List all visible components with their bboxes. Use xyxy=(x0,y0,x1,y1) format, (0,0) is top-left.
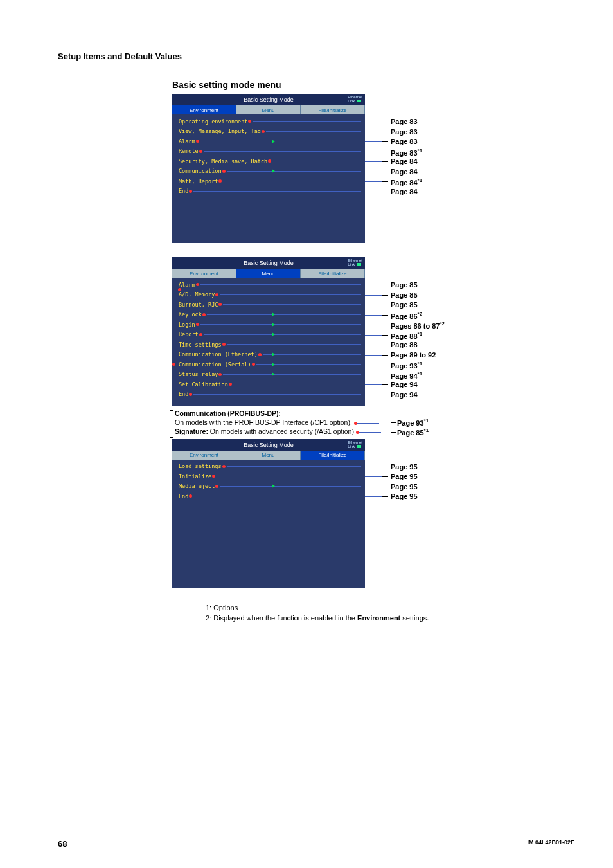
callout-dot-icon xyxy=(189,190,192,193)
note-signature-label: Signature: xyxy=(175,428,208,435)
menu-item[interactable]: Communication (Ethernet) xyxy=(179,350,361,360)
connector-line xyxy=(253,121,361,122)
footnote-1: 1: Options xyxy=(206,602,574,613)
menu-item[interactable]: End xyxy=(179,390,361,400)
connector-line xyxy=(272,161,361,161)
callout-dot-icon xyxy=(172,363,175,366)
menu-item[interactable]: Load settings xyxy=(179,462,361,472)
page-ref: Page 88*1 xyxy=(391,331,422,340)
menu-item-label: Report xyxy=(179,331,199,338)
page-ref: Pages 86 to 87*2 xyxy=(391,321,445,330)
tab-row: Environment Menu File/Initialize xyxy=(172,269,365,278)
menu-item-label: End xyxy=(179,493,188,500)
menu-item[interactable]: Security, Media save, Batch xyxy=(179,156,361,167)
page-ref: Page 95 xyxy=(391,493,418,500)
screen-title-bar: Basic Setting Mode EthernetLink xyxy=(172,257,365,269)
connector-line xyxy=(227,171,361,172)
callout-dot-icon xyxy=(268,159,271,163)
tab-environment[interactable]: Environment xyxy=(172,269,236,278)
page-ref: Page 85 xyxy=(391,301,418,309)
callout-dot-icon xyxy=(189,393,192,396)
connector-line xyxy=(233,384,361,384)
page-ref: Page 86*2 xyxy=(391,311,422,320)
page-ref: Page 85 xyxy=(391,291,418,299)
tab-file-initialize[interactable]: File/Initialize xyxy=(301,105,365,114)
callout-dot-icon xyxy=(199,333,202,336)
screen-title: Basic Setting Mode xyxy=(244,442,294,448)
menu-item-label: Communication xyxy=(179,168,222,174)
chevron-right-icon xyxy=(272,372,275,376)
tab-menu[interactable]: Menu xyxy=(236,451,301,460)
page-ref: Page 83 xyxy=(391,118,418,125)
menu-item[interactable]: Status relay xyxy=(179,370,361,380)
page-ref: Page 94 xyxy=(391,391,418,399)
menu-item[interactable]: Media eject xyxy=(179,482,361,492)
menu-item[interactable]: View, Message, Input, Tag xyxy=(179,127,361,137)
menu-item[interactable]: Burnout, RJC xyxy=(179,300,361,310)
tab-file-initialize[interactable]: File/Initialize xyxy=(301,451,365,460)
tab-menu[interactable]: Menu xyxy=(236,105,301,114)
menu-item[interactable]: Time settings xyxy=(179,339,361,350)
callout-dot-icon xyxy=(196,140,199,143)
tab-environment[interactable]: Environment xyxy=(172,105,236,114)
menu-item[interactable]: End xyxy=(179,186,361,197)
menu-item-label: Communication (Serial) xyxy=(179,361,251,368)
callout-dot-icon xyxy=(218,179,222,183)
callout-dot-icon xyxy=(196,283,199,286)
menu-item[interactable]: Remote xyxy=(179,147,361,157)
connector-line xyxy=(223,374,361,375)
connector-line xyxy=(227,466,361,467)
menu-item-label: Keylock xyxy=(179,311,202,318)
menu-item-label: Media eject xyxy=(179,483,215,489)
menu-item[interactable]: Login xyxy=(179,320,361,330)
menu-item[interactable]: End xyxy=(179,491,361,502)
recorder-screen-3: Basic Setting Mode EthernetLink Environm… xyxy=(172,439,365,588)
connector-line xyxy=(220,486,361,487)
tab-file-initialize[interactable]: File/Initialize xyxy=(301,269,365,278)
callout-dot-icon xyxy=(229,383,232,386)
recorder-screen-2: Basic Setting Mode EthernetLink Environm… xyxy=(172,257,365,406)
menu-item-label: View, Message, Input, Tag xyxy=(179,128,261,134)
connector-line xyxy=(200,324,361,325)
header-rule xyxy=(58,64,574,64)
menu-item[interactable]: Communication (Serial) xyxy=(179,359,361,370)
connector-line xyxy=(227,344,361,345)
note-profibus-line: On models with the PROFIBUS-DP Interface… xyxy=(175,419,352,426)
callout-dot-icon xyxy=(252,363,255,366)
callout-dot-icon xyxy=(258,353,262,356)
connector-line xyxy=(223,304,361,305)
menu-item-label: A/D, Memory xyxy=(179,291,215,298)
chevron-right-icon xyxy=(272,323,275,327)
page-ref: Page 84 xyxy=(391,158,418,165)
menu-item-label: Load settings xyxy=(179,463,222,469)
page-ref: Page 94 xyxy=(391,381,418,388)
callout-dot-icon xyxy=(202,313,206,316)
menu-item[interactable]: Alarm xyxy=(179,280,361,290)
menu-item-label: Burnout, RJC xyxy=(179,302,218,308)
callout-dot-icon xyxy=(222,170,226,173)
callout-dot-icon xyxy=(218,303,222,306)
screen-title-bar: Basic Setting Mode EthernetLink xyxy=(172,439,365,451)
menu-item-label: Operating environment xyxy=(179,118,247,125)
page-ref: Page 95 xyxy=(391,483,418,491)
menu-item[interactable]: Communication xyxy=(179,167,361,177)
connector-line xyxy=(220,294,361,295)
menu-item-label: End xyxy=(179,391,188,397)
menu-item[interactable]: Initialize xyxy=(179,471,361,482)
chevron-right-icon xyxy=(272,140,275,143)
menu-item[interactable]: Math, Report xyxy=(179,176,361,186)
page-footer: 68 IM 04L42B01-02E xyxy=(0,835,613,849)
page-ref: Page 84 xyxy=(391,188,418,195)
menu-item[interactable]: Alarm xyxy=(179,136,361,147)
menu-item-label: End xyxy=(179,188,188,194)
menu-item[interactable]: Report xyxy=(179,330,361,340)
menu-item[interactable]: Set Calibration xyxy=(179,379,361,390)
connector-line xyxy=(193,191,361,192)
menu-item[interactable]: A/D, Memory xyxy=(179,290,361,300)
tab-environment[interactable]: Environment xyxy=(172,451,236,460)
menu-item[interactable]: Operating environment xyxy=(179,116,361,127)
connector-line xyxy=(217,476,361,476)
tab-menu[interactable]: Menu xyxy=(236,269,301,278)
chevron-right-icon xyxy=(272,332,275,336)
menu-item[interactable]: Keylock xyxy=(179,310,361,320)
